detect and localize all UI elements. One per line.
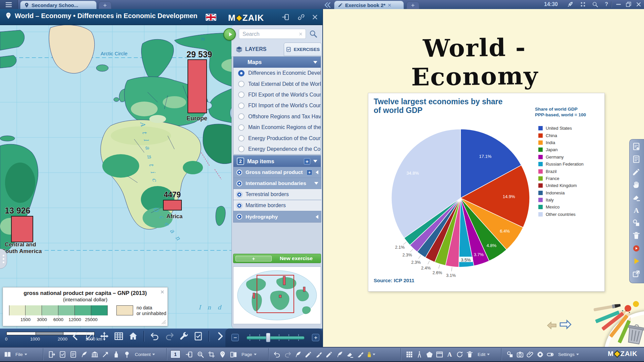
- radio-selected[interactable]: [236, 214, 242, 220]
- map-option-differences[interactable]: Differences in Economic Developme: [233, 68, 321, 78]
- crop-icon[interactable]: [207, 350, 216, 359]
- new-tab-button[interactable]: [407, 1, 419, 9]
- uk-flag-icon[interactable]: [206, 14, 216, 21]
- grid-icon[interactable]: [405, 350, 414, 359]
- minimize-icon[interactable]: [615, 1, 622, 8]
- rotate-icon[interactable]: [455, 350, 464, 359]
- layer-hydrography[interactable]: Hydrography: [233, 211, 321, 222]
- pen-icon[interactable]: [304, 350, 313, 359]
- camera-icon[interactable]: [515, 350, 525, 359]
- expand-left-icon[interactable]: [316, 170, 318, 174]
- radio[interactable]: [238, 135, 245, 141]
- restore-window-icon[interactable]: [625, 1, 632, 8]
- shape-pentagon-icon[interactable]: [425, 350, 434, 359]
- radio-selected[interactable]: [236, 203, 242, 208]
- page-menu[interactable]: Page: [241, 352, 257, 357]
- zoom-slider-handle[interactable]: [266, 333, 270, 342]
- tab-exercise-book[interactable]: Exercise book 2*: [334, 1, 404, 9]
- tab-secondary-school[interactable]: Secondary Schoo...: [20, 1, 97, 9]
- toggle-icon[interactable]: [545, 350, 555, 359]
- collapse-tabs-button[interactable]: [323, 1, 331, 8]
- edit-check-icon[interactable]: [58, 350, 67, 359]
- document-icon[interactable]: [68, 350, 78, 359]
- zoom-in-button[interactable]: [312, 334, 319, 341]
- museum-icon[interactable]: [90, 350, 99, 359]
- split-view-icon[interactable]: [229, 350, 238, 359]
- layer-international-boundaries[interactable]: International boundaries: [233, 178, 321, 189]
- collapse-icon[interactable]: [313, 61, 317, 64]
- radio[interactable]: [238, 146, 245, 152]
- palette-knife-icon[interactable]: [356, 350, 365, 359]
- presenter-icon[interactable]: [218, 350, 227, 359]
- play-presentation-button[interactable]: [223, 28, 236, 41]
- data-table-icon[interactable]: [114, 331, 124, 341]
- brush-icon[interactable]: [335, 350, 344, 359]
- close-tab-icon[interactable]: [387, 3, 392, 7]
- measure-icon[interactable]: [85, 331, 95, 341]
- search-icon[interactable]: [309, 29, 318, 38]
- add-icon[interactable]: [307, 170, 312, 175]
- play-icon[interactable]: [632, 257, 641, 265]
- notes-icon[interactable]: [632, 155, 641, 164]
- redo-icon[interactable]: [283, 350, 292, 359]
- tab-exercises[interactable]: EXERCISES: [284, 43, 322, 56]
- trash-icon[interactable]: [632, 231, 641, 240]
- map-option-offshore[interactable]: Offshore Regions and Tax Havens A: [233, 111, 321, 122]
- map-items-header[interactable]: 2 Map items: [233, 156, 321, 167]
- shapes-icon[interactable]: [632, 219, 641, 227]
- record-icon[interactable]: [632, 244, 641, 253]
- open-book-icon[interactable]: [3, 350, 12, 359]
- edit-menu[interactable]: Edit: [478, 352, 490, 357]
- paperclip-icon[interactable]: [525, 350, 535, 359]
- help-icon[interactable]: [603, 1, 610, 8]
- new-tab-button[interactable]: [99, 1, 111, 9]
- radio-selected[interactable]: [236, 181, 242, 186]
- page-export-icon[interactable]: [184, 350, 194, 359]
- next-page-button[interactable]: [559, 319, 572, 330]
- radio-selected[interactable]: [236, 170, 242, 175]
- add-item-icon[interactable]: [304, 158, 310, 165]
- layer-gnp[interactable]: Gross national product pe: [233, 167, 321, 178]
- add-page-icon[interactable]: [632, 142, 641, 151]
- minimap[interactable]: [233, 266, 321, 324]
- undo-icon[interactable]: [272, 350, 282, 359]
- map-option-energy-production[interactable]: Energy Production of the Countries: [233, 133, 321, 143]
- gnp-legend-card[interactable]: gross national product per capita – GNP …: [3, 287, 168, 326]
- file-menu[interactable]: File: [15, 352, 27, 357]
- previous-page-button[interactable]: [547, 321, 557, 330]
- pen-tool-icon[interactable]: [632, 168, 641, 176]
- zoom-out-button[interactable]: [231, 334, 239, 341]
- open-external-icon[interactable]: [632, 269, 641, 278]
- radio-selected[interactable]: [236, 192, 242, 197]
- maps-panel-header[interactable]: Maps: [233, 57, 321, 68]
- apps-grid-icon[interactable]: [580, 1, 586, 8]
- text-tool-icon[interactable]: [445, 350, 454, 359]
- chart-card[interactable]: Twelve largest economies by share of wor…: [368, 93, 605, 292]
- wrench-icon[interactable]: [179, 331, 189, 341]
- ink-bottle-icon[interactable]: [111, 350, 121, 359]
- pencil-icon[interactable]: [324, 350, 334, 359]
- close-map-icon[interactable]: [311, 13, 319, 21]
- eraser-icon[interactable]: [345, 350, 355, 359]
- map-option-fdi-export[interactable]: FDI Export of the World’s Countries: [233, 89, 321, 100]
- exercise-check-icon[interactable]: [193, 331, 203, 341]
- main-menu-button[interactable]: [0, 0, 18, 9]
- settings-menu[interactable]: Settings: [558, 352, 579, 357]
- layer-terrestrial-borders[interactable]: Terrestrial borders: [233, 189, 321, 200]
- collapse-icon[interactable]: [314, 182, 318, 185]
- map-option-energy-dependence[interactable]: Energy Dependence of the Countri: [233, 144, 321, 155]
- text-tool-icon[interactable]: [632, 206, 641, 215]
- marker-icon[interactable]: [314, 350, 323, 359]
- expand-right-icon[interactable]: [215, 331, 225, 341]
- close-window-icon[interactable]: [635, 1, 642, 8]
- gnp-bar-africa[interactable]: 4479 Africa: [163, 190, 183, 220]
- redo-icon[interactable]: [164, 331, 174, 341]
- marker-pin-icon[interactable]: [122, 350, 131, 359]
- pen-cup-icon[interactable]: [366, 350, 375, 359]
- collapse-icon[interactable]: [313, 160, 317, 163]
- page-number-box[interactable]: 1: [170, 350, 180, 358]
- map-option-external-debt[interactable]: Total External Debt of the World’s C: [233, 78, 321, 89]
- feather-pen-icon[interactable]: [79, 350, 89, 359]
- compass-tool-icon[interactable]: [415, 350, 424, 359]
- search-input[interactable]: [242, 29, 299, 39]
